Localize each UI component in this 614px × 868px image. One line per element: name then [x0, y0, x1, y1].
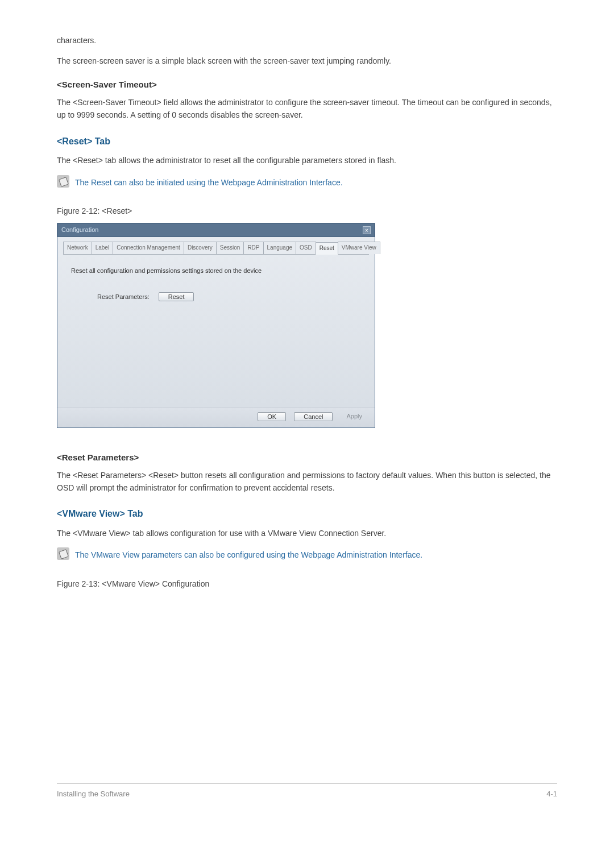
dialog-body: Network Label Connection Management Disc…	[57, 237, 375, 408]
paragraph-vmware-view-tab: The <VMware View> tab allows configurati…	[57, 527, 557, 539]
page-footer: Installing the Software 4-1	[57, 783, 557, 800]
note-reset: The Reset can also be initiated using th…	[57, 175, 557, 189]
dialog-content-text: Reset all configuration and permissions …	[71, 266, 369, 276]
cancel-button[interactable]: Cancel	[294, 412, 333, 421]
dialog-titlebar: Configuration ×	[57, 223, 375, 237]
tab-session[interactable]: Session	[216, 242, 244, 254]
tabs-row: Network Label Connection Management Disc…	[63, 242, 369, 255]
dialog-footer: OK Cancel Apply	[57, 408, 375, 427]
heading-screen-saver-timeout: <Screen-Saver Timeout>	[57, 78, 557, 92]
tab-connection-management[interactable]: Connection Management	[113, 242, 184, 254]
tab-vmware-view[interactable]: VMware View	[338, 242, 380, 254]
note-reset-text: The Reset can also be initiated using th…	[75, 175, 343, 189]
paragraph-screensaver-intro: The screen-screen saver is a simple blac…	[57, 55, 557, 67]
tab-network[interactable]: Network	[63, 242, 92, 254]
reset-parameters-row: Reset Parameters: Reset	[97, 292, 369, 302]
figure-caption-reset: Figure 2-12: <Reset>	[57, 205, 557, 217]
tab-reset[interactable]: Reset	[316, 242, 338, 255]
tab-rdp[interactable]: RDP	[243, 242, 263, 254]
paragraph-reset-parameters: The <Reset Parameters> <Reset> button re…	[57, 469, 557, 495]
reset-parameters-label: Reset Parameters:	[97, 292, 150, 302]
figure-caption-vmware: Figure 2-13: <VMware View> Configuration	[57, 578, 557, 590]
ok-button[interactable]: OK	[258, 412, 286, 421]
tab-discovery[interactable]: Discovery	[184, 242, 217, 254]
paragraph-characters: characters.	[57, 34, 557, 47]
apply-button[interactable]: Apply	[341, 412, 368, 422]
dialog-title: Configuration	[61, 225, 98, 235]
note-vmware: The VMware View parameters can also be c…	[57, 547, 557, 561]
tab-osd[interactable]: OSD	[296, 242, 316, 254]
heading-vmware-view-tab: <VMware View> Tab	[57, 506, 557, 521]
heading-reset-parameters: <Reset Parameters>	[57, 451, 557, 464]
tab-label[interactable]: Label	[92, 242, 113, 254]
note-icon	[57, 547, 69, 560]
tab-language[interactable]: Language	[263, 242, 297, 254]
configuration-dialog: Configuration × Network Label Connection…	[57, 223, 375, 427]
footer-right: 4-1	[546, 788, 557, 800]
close-icon[interactable]: ×	[363, 226, 371, 234]
paragraph-screen-saver-timeout: The <Screen-Saver Timeout> field allows …	[57, 96, 557, 122]
paragraph-reset-tab: The <Reset> tab allows the administrator…	[57, 154, 557, 167]
note-icon	[57, 175, 69, 188]
note-vmware-text: The VMware View parameters can also be c…	[75, 547, 422, 561]
footer-left: Installing the Software	[57, 788, 130, 800]
reset-button[interactable]: Reset	[159, 292, 194, 301]
heading-reset-tab: <Reset> Tab	[57, 134, 557, 149]
